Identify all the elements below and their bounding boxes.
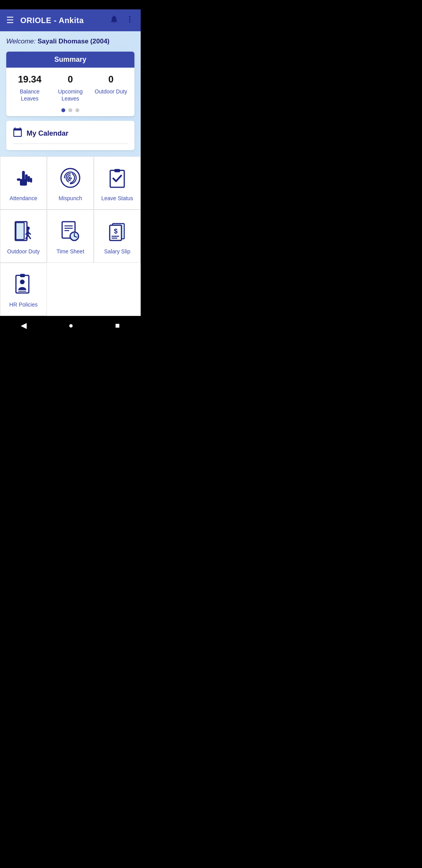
upcoming-leaves-value: 0 (68, 74, 73, 85)
dot-2 (68, 108, 72, 112)
bottom-navigation: ◀ ● ■ (0, 316, 141, 335)
welcome-section: Welcome: Sayali Dhomase (2004) (0, 31, 141, 48)
svg-rect-8 (114, 169, 120, 172)
calendar-header: My Calendar (13, 127, 128, 144)
svg-rect-10 (16, 223, 24, 240)
leave-status-label: Leave Status (101, 195, 133, 201)
outdoor-duty-icon (12, 219, 35, 243)
mispunch-icon (59, 166, 82, 190)
svg-rect-30 (20, 274, 25, 277)
recent-apps-button[interactable]: ■ (106, 318, 129, 333)
main-content: Welcome: Sayali Dhomase (2004) Summary 1… (0, 31, 141, 316)
time-sheet-icon (59, 219, 82, 243)
salary-slip-icon: $ (106, 219, 129, 243)
svg-line-14 (28, 235, 30, 239)
summary-body: 19.34 BalanceLeaves 0 UpcomingLeaves 0 O… (6, 68, 134, 107)
grid-item-leave-status[interactable]: Leave Status (94, 156, 141, 210)
upcoming-leaves-label: UpcomingLeaves (58, 88, 82, 102)
grid-item-attendance[interactable]: Attendance (0, 156, 47, 210)
balance-leaves-label: BalanceLeaves (20, 88, 40, 102)
outdoor-duty-value: 0 (108, 74, 113, 85)
svg-rect-3 (28, 176, 30, 183)
welcome-message: Welcome: Sayali Dhomase (2004) (6, 38, 134, 45)
calendar-title: My Calendar (27, 129, 68, 138)
dot-3 (75, 108, 79, 112)
calendar-icon (13, 127, 23, 140)
outdoor-duty-item: 0 Outdoor Duty (91, 74, 131, 95)
outdoor-duty-label: Outdoor Duty (95, 88, 127, 95)
status-bar (0, 0, 141, 9)
summary-header: Summary (6, 52, 134, 68)
balance-leaves-item: 19.34 BalanceLeaves (9, 74, 50, 102)
grid-item-outdoor-duty[interactable]: Outdoor Duty (0, 210, 47, 263)
app-header: ☰ ORIOLE - Ankita (0, 9, 141, 31)
back-button[interactable]: ◀ (11, 317, 36, 333)
svg-point-31 (20, 280, 25, 284)
upcoming-leaves-item: 0 UpcomingLeaves (50, 74, 91, 102)
summary-title: Summary (54, 56, 86, 63)
grid-menu: Attendance Mi (0, 156, 141, 316)
grid-item-mispunch[interactable]: Mispunch (47, 156, 94, 210)
attendance-label: Attendance (10, 195, 38, 201)
svg-rect-4 (30, 178, 32, 183)
attendance-icon (12, 166, 35, 190)
svg-rect-2 (25, 174, 28, 182)
grid-item-time-sheet[interactable]: Time Sheet (47, 210, 94, 263)
hr-policies-label: HR Policies (9, 301, 38, 308)
hamburger-menu-icon[interactable]: ☰ (6, 16, 14, 25)
hr-policies-icon (12, 273, 35, 296)
time-sheet-label: Time Sheet (56, 248, 84, 255)
salary-slip-label: Salary Slip (104, 248, 131, 255)
summary-pagination-dots (6, 107, 134, 116)
grid-item-hr-policies[interactable]: HR Policies (0, 263, 47, 316)
svg-rect-5 (17, 179, 21, 181)
leave-status-icon (106, 166, 129, 190)
balance-leaves-value: 19.34 (18, 74, 41, 85)
calendar-section[interactable]: My Calendar (6, 121, 134, 150)
summary-card: Summary 19.34 BalanceLeaves 0 UpcomingLe… (6, 52, 134, 116)
svg-point-11 (27, 227, 30, 230)
welcome-user-name: Sayali Dhomase (2004) (38, 38, 109, 45)
svg-rect-1 (22, 171, 25, 181)
svg-point-6 (61, 169, 80, 187)
app-title: ORIOLE - Ankita (20, 16, 84, 25)
mispunch-label: Mispunch (59, 195, 82, 201)
svg-text:$: $ (114, 228, 118, 235)
home-button[interactable]: ● (59, 318, 82, 333)
welcome-label: Welcome: (6, 38, 36, 45)
grid-item-salary-slip[interactable]: $ Salary Slip (94, 210, 141, 263)
outdoor-duty-label: Outdoor Duty (7, 248, 39, 255)
more-options-icon[interactable] (125, 14, 134, 26)
dot-1 (61, 108, 65, 112)
notification-bell-icon[interactable] (109, 14, 119, 26)
